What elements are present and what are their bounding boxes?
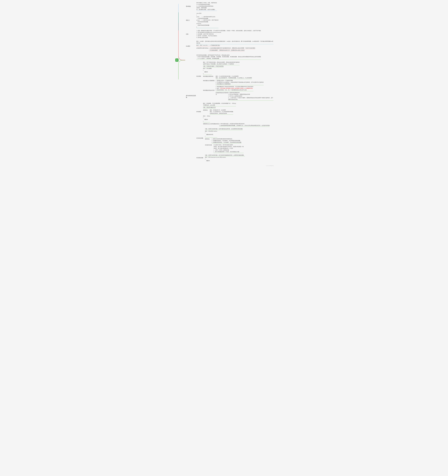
node-copy-constructor[interactable]: 拷贝构造函数 功能：使用已有的类对象，给类对象初始化的时候，自动调用拷贝构造函数… (196, 128, 273, 153)
leaf-text: 概念：this指针，是类内默认提供给非静态成员函数的指针，this指向，指向类对… (196, 40, 273, 44)
mindmap-canvas: 类 基本概念 面向对象的三大特征：封装、继承和多态 C++中封装是由类来实现的 … (174, 0, 274, 167)
leaf-text: 1. 使用已有的类对象给新的类对象初始化 2. 当函数的形参是一个类对象时，也会… (212, 138, 241, 143)
leaf-text: 格式：类名(参数) { 函数体; }; (203, 68, 212, 75)
leaf-text: 栈区：类对象消亡时，自动调用 堆区：什么时候delete，什么时候调用析构函数 … (210, 109, 233, 115)
branch-special-members[interactable]: 类中的特殊成员函数 类中的特殊成员函数，程序员如果不手动写出来，系统会默认提供 … (186, 54, 273, 162)
node-copy-assignment[interactable]: 拷贝赋值函数 功能：使用已有的类对象，给已有的类对象赋值的时候，会调用拷贝赋值函… (196, 154, 273, 162)
branch-label: 基本概念 (186, 6, 196, 7)
leaf-text: 1. 系统默认提供一个无参构造函数 2. 可以显性定义出有参构造，但是此刻系统不… (216, 80, 264, 85)
leaf-text: 1. 类中有指针成员，并且指针成员指向堆区的空间 2. 如果直接调用普通的析构函… (219, 123, 270, 127)
leaf-text: 格式：类名 *const this; ------>不能修改指针指向 (196, 45, 220, 46)
branch-encapsulation[interactable]: 封装 1. 把某一事物的所有属性(变量)、行为(成员方法/成员函数)，封装成一个… (186, 30, 273, 39)
leaf-text: 面向对象的三大特征：封装、继承和多态 C++中封装是由类来实现的 C++中的类是… (196, 2, 217, 11)
leaf-text: 什么情况下发生：类中存在指针成员时 深拷贝：两个指针成员指向不同空间，但是取*的… (214, 144, 243, 153)
leaf-text: 1. 当成员函数的参数和类中成员属性同名时，需要使用this指向表明哪一个是类中… (209, 47, 255, 49)
leaf-label: 构造函数允许函数重载 (203, 80, 216, 81)
branch-basic[interactable]: 基本概念 面向对象的三大特征：封装、继承和多态 C++中封装是由类来实现的 C+… (186, 2, 273, 11)
leaf-text: class 类名 { public: ----->类外和类内都可以访问 公有的成… (196, 12, 218, 28)
watermark: CSDN 技术博客原创 (266, 165, 274, 166)
branch-label: 类定义 (186, 19, 196, 21)
leaf-label: 必须使用初始化列表的情况 (216, 92, 228, 95)
leaf-text: 格式：~类名() { 函数体; } (203, 115, 210, 122)
leaf-label: 调用时机 (205, 138, 212, 140)
leaf-label: 必须使用this指针的场合 (196, 47, 209, 49)
node-label: 构造函数 (196, 61, 203, 77)
leaf-text: 概念：析构函数，不支持函数重载，并且析构函数只有：~类名(){} 不需要传参，p… (203, 102, 236, 106)
branch-label: this指针 (186, 45, 196, 47)
node-label: 析构函数 (196, 102, 203, 113)
leaf-text: 格式：类名 &operator=(const 类名 &other) { 函数体; (205, 157, 226, 161)
leaf-text: 1. 把某一事物的所有属性(变量)、行为(成员方法/成员函数)，封装成一个整体，… (196, 30, 273, 39)
leaf-text: 功能：使用已有的类对象，给已有的类对象赋值的时候，会调用拷贝赋值函数。 (205, 154, 245, 156)
leaf-text: 功能：使用已有的类对象，给类对象初始化的时候，自动调用拷贝构造函数 (205, 128, 243, 130)
branch-this-pointer[interactable]: this指针 概念：this指针，是类内默认提供给非静态成员函数的指针，this… (186, 40, 273, 52)
node-constructor[interactable]: 构造函数 概念：用于实例化类对象，系统会自动调用，系统自动提供的是无参构造 如果… (196, 61, 273, 102)
leaf-text: 栈区：什么时候实例化类对象，什么时候调用 堆区：定义类的指针时，不调用构造函数，… (216, 75, 252, 79)
leaf-label: 构造函数的调用时机 (203, 75, 216, 77)
leaf-label: 调用时机 (203, 109, 210, 111)
branch-label: 封装 (186, 33, 196, 35)
leaf-text: 1. 形参和成员属性同名 2. 类中有引用成员时，需要使用初始化列表 3. 类中… (228, 92, 273, 101)
node-destructor[interactable]: 析构函数 概念：析构函数，不支持函数重载，并且析构函数只有：~类名(){} 不需… (196, 102, 273, 127)
node-label: 拷贝构造函数 (196, 128, 205, 139)
connector (178, 30, 185, 60)
connector (178, 60, 185, 79)
leaf-text: 1. 构造函数提供了初始化列表的机制，可以直接在函数体外执行初始化操作 2. 格… (216, 86, 253, 91)
leaf-text: 概念：用于实例化类对象，系统会自动调用，系统自动提供的是无参构造 如果手动定义了… (203, 61, 240, 65)
leaf-text: 功能：实例化类对象时，申请空间使用的 (203, 65, 224, 68)
branch-class-def[interactable]: 类定义 class 类名 { public: ----->类外和类内都可以访问 … (186, 12, 273, 28)
leaf-text: 2. 拷贝赋值函数中，需要返回自身的引用，也需要使用this指针(后面讲) (209, 49, 244, 51)
leaf-label: 需要显性定义出析构函数的情况 (203, 123, 219, 125)
leaf-text: 格式：类名(类名 &other) { 函数体的内容; } (205, 130, 217, 137)
node-label: 拷贝赋值函数 (196, 154, 205, 159)
branch-label: 类中的特殊成员函数 (186, 54, 196, 98)
leaf-label: 深浅拷贝问题 (205, 144, 214, 146)
root-node[interactable]: 类 (175, 58, 178, 62)
leaf-label: 构造函数的初始化列表 (203, 86, 216, 91)
leaf-text: 类中的特殊成员函数，程序员如果不手动写出来，系统会默认提供 一共有6个特殊的成员… (196, 54, 261, 60)
leaf-text: 功能：回收类对象的空间 (203, 107, 216, 109)
